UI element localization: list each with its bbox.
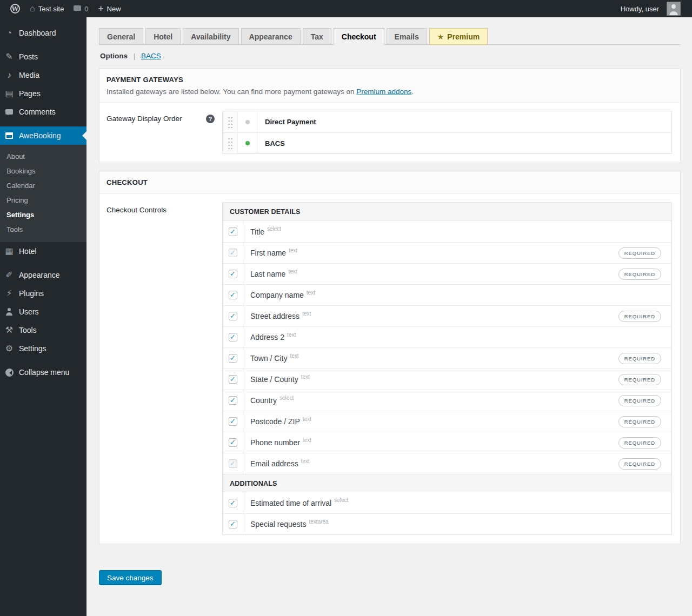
help-icon[interactable]: ? xyxy=(206,115,215,123)
users-icon xyxy=(4,308,15,316)
tab-checkout[interactable]: Checkout xyxy=(334,28,384,45)
submenu-item-calendar[interactable]: Calendar xyxy=(0,178,86,193)
howdy-text: Howdy, user xyxy=(621,5,659,13)
drag-handle-icon[interactable] xyxy=(223,133,238,153)
building-icon: ▦ xyxy=(4,247,15,256)
drag-handle-icon[interactable] xyxy=(223,111,238,132)
field-checkbox[interactable] xyxy=(229,520,237,528)
field-row-country: CountryselectREQUIRED xyxy=(223,390,671,411)
tab-hotel[interactable]: Hotel xyxy=(145,28,181,45)
field-type-label: text xyxy=(290,353,298,359)
tab-availability[interactable]: Availability xyxy=(183,28,238,45)
sidebar-item-label: Pages xyxy=(19,89,41,98)
home-icon: ⌂ xyxy=(30,4,35,13)
submenu-item-tools[interactable]: Tools xyxy=(0,222,86,237)
field-type-label: select xyxy=(334,497,348,503)
payment-gateways-title: PAYMENT GATEWAYS xyxy=(107,76,671,84)
tab-premium[interactable]: ★Premium xyxy=(429,28,488,45)
field-checkbox[interactable] xyxy=(229,333,237,342)
field-checkbox[interactable] xyxy=(229,417,237,426)
sidebar-item-label: Dashboard xyxy=(19,29,56,37)
field-type-label: text xyxy=(288,269,297,274)
field-checkbox[interactable] xyxy=(229,375,237,384)
sidebar-item-tools[interactable]: ⚒Tools xyxy=(0,321,86,339)
field-label: Postcode / ZIP xyxy=(250,417,300,426)
sidebar-item-appearance[interactable]: ✐Appearance xyxy=(0,266,86,284)
site-name-link[interactable]: ⌂ Test site xyxy=(25,0,69,17)
sidebar-item-comments[interactable]: Comments xyxy=(0,103,86,121)
field-type-label: text xyxy=(302,311,311,317)
tab-appearance[interactable]: Appearance xyxy=(241,28,301,45)
admin-bar: W ⌂ Test site 0 + New Howdy, user xyxy=(0,0,692,17)
field-row-town-city: Town / CitytextREQUIRED xyxy=(223,347,671,369)
submenu-item-settings[interactable]: Settings xyxy=(0,207,86,222)
tab-emails[interactable]: Emails xyxy=(387,28,427,45)
sidebar-item-posts[interactable]: ✎Posts xyxy=(0,48,86,66)
required-badge: REQUIRED xyxy=(618,374,661,385)
required-badge: REQUIRED xyxy=(618,311,661,322)
field-label: Phone number xyxy=(250,438,300,447)
sidebar-item-users[interactable]: Users xyxy=(0,303,86,321)
gateway-row-direct-payment[interactable]: Direct Payment xyxy=(223,111,671,132)
subnav-options[interactable]: Options xyxy=(100,52,128,60)
field-checkbox[interactable] xyxy=(229,227,237,236)
awebooking-submenu: AboutBookingsCalendarPricingSettingsTool… xyxy=(0,145,86,242)
tab-label: Premium xyxy=(447,32,480,41)
plus-icon: + xyxy=(98,4,104,13)
brush-icon: ✐ xyxy=(4,271,15,279)
save-changes-button[interactable]: Save changes xyxy=(99,570,162,585)
submenu-item-about[interactable]: About xyxy=(0,149,86,164)
gateway-name: Direct Payment xyxy=(257,111,671,132)
howdy-account-menu[interactable]: Howdy, user xyxy=(616,0,686,17)
field-label: Country xyxy=(250,396,277,405)
sidebar-item-settings[interactable]: ⚙Settings xyxy=(0,339,86,358)
tab-label: Hotel xyxy=(154,32,172,41)
comment-bubble-icon xyxy=(74,5,81,11)
field-checkbox[interactable] xyxy=(229,354,237,363)
field-row-first-name: First nametextREQUIRED xyxy=(223,242,671,263)
wordpress-logo-menu[interactable]: W xyxy=(5,0,25,17)
field-label: Title xyxy=(250,227,264,236)
sidebar-item-pages[interactable]: ▤Pages xyxy=(0,84,86,103)
subnav-bacs-link[interactable]: BACS xyxy=(141,52,161,60)
settings-tabs: GeneralHotelAvailabilityAppearanceTaxChe… xyxy=(99,28,681,45)
sidebar-item-plugins[interactable]: ⚡Plugins xyxy=(0,284,86,303)
field-type-label: text xyxy=(303,416,311,422)
submenu-item-bookings[interactable]: Bookings xyxy=(0,164,86,178)
field-checkbox[interactable] xyxy=(229,499,237,507)
tab-label: Appearance xyxy=(249,32,292,41)
field-row-address-2: Address 2text xyxy=(223,326,671,347)
field-type-label: select xyxy=(267,226,281,232)
checkout-title: CHECKOUT xyxy=(107,178,671,186)
sidebar-item-awebooking[interactable]: AweBooking xyxy=(0,126,86,145)
field-checkbox[interactable] xyxy=(229,270,237,278)
tab-label: General xyxy=(107,32,135,41)
field-checkbox[interactable] xyxy=(229,396,237,405)
field-label: Street address xyxy=(250,312,300,320)
sidebar-item-media[interactable]: ♪Media xyxy=(0,66,86,84)
field-row-special-requests: Special requeststextarea xyxy=(223,513,671,534)
premium-addons-link[interactable]: Premium addons xyxy=(356,88,411,96)
required-badge: REQUIRED xyxy=(618,416,661,427)
subnav: Options | BACS xyxy=(100,52,680,60)
sidebar-item-hotel[interactable]: ▦Hotel xyxy=(0,242,86,260)
tab-general[interactable]: General xyxy=(99,28,143,45)
sidebar-item-label: Users xyxy=(19,307,39,316)
comments-link[interactable]: 0 xyxy=(69,0,93,17)
field-checkbox[interactable] xyxy=(229,438,237,447)
field-checkbox[interactable] xyxy=(229,291,237,299)
plugin-icon: ⚡ xyxy=(4,289,15,298)
gateway-row-bacs[interactable]: BACS xyxy=(223,132,671,153)
field-label: State / County xyxy=(250,375,298,384)
tab-tax[interactable]: Tax xyxy=(303,28,331,45)
new-content-button[interactable]: + New xyxy=(94,0,126,17)
field-row-estimated-time-of-arrival: Estimated time of arrivalselect xyxy=(223,492,671,513)
media-icon: ♪ xyxy=(4,71,15,79)
checkout-body: Checkout Controls CUSTOMER DETAILSTitles… xyxy=(99,194,680,544)
sidebar-item-collapse-menu[interactable]: Collapse menu xyxy=(0,363,86,381)
field-checkbox[interactable] xyxy=(229,312,237,320)
field-checkbox xyxy=(229,249,237,257)
sidebar-item-dashboard[interactable]: ◔Dashboard xyxy=(0,24,86,42)
payment-gateways-box: PAYMENT GATEWAYS Installed gateways are … xyxy=(99,68,681,163)
submenu-item-pricing[interactable]: Pricing xyxy=(0,193,86,207)
